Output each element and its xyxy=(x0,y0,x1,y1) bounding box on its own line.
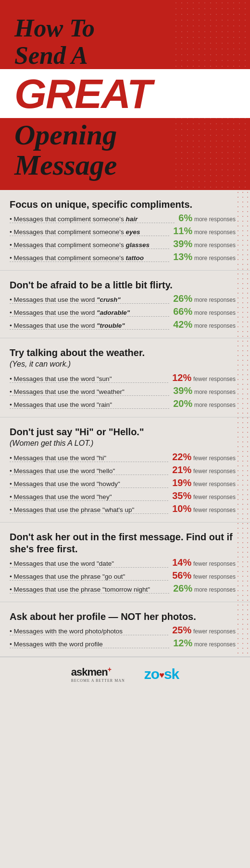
stat-value: 25% fewer responses xyxy=(168,625,236,636)
stat-label: • Messages that use the word "sun" xyxy=(10,375,168,383)
section-flirty-heading: Don't be afraid to be a little bit flirt… xyxy=(10,279,236,291)
stat-label: • Messages that use the phrase "go out" xyxy=(10,573,168,581)
section-compliments-heading: Focus on unique, specific compliments. xyxy=(10,199,236,211)
stat-row: • Messages that use the phrase "go out" … xyxy=(10,570,236,581)
stat-row: • Messages that use the word "howdy" 19%… xyxy=(10,477,236,488)
stat-value: 19% fewer responses xyxy=(168,477,236,488)
stat-label: • Messages that use the word "hello" xyxy=(10,467,168,475)
stat-label: • Messages that use the word "hey" xyxy=(10,493,168,501)
stat-label: • Messages that compliment someone's hai… xyxy=(10,215,175,223)
stat-label: • Messages that compliment someone's tat… xyxy=(10,254,169,262)
stat-row: • Messages that compliment someone's eye… xyxy=(10,226,236,237)
footer: askmen+ BECOME A BETTER MAN zo♥sk xyxy=(0,657,250,690)
section-weather: Try talking about the weather. (Yes, it … xyxy=(0,338,250,417)
stat-label: • Messages with the word profile xyxy=(10,641,169,648)
stat-label: • Messages that use the word "adorable" xyxy=(10,309,169,317)
stat-row: • Messages that use the word "sun" 12% f… xyxy=(10,372,236,383)
stat-value: 13% more responses xyxy=(169,251,236,262)
stat-label: • Messages that use the phrase "what's u… xyxy=(10,506,168,514)
stat-label: • Messages that use the word "trouble" xyxy=(10,322,169,330)
stat-label: • Messages that use the word "crush" xyxy=(10,296,169,304)
stat-value: 12% fewer responses xyxy=(168,372,236,383)
stat-row: • Messages that compliment someone's gla… xyxy=(10,238,236,250)
section-hi-heading: Don't just say "Hi" or "Hello." xyxy=(10,426,236,438)
stat-row: • Messages that use the word "trouble" 4… xyxy=(10,319,236,330)
stat-value: 12% more responses xyxy=(169,638,236,649)
stat-label: • Messages that compliment someone's gla… xyxy=(10,241,169,249)
stat-row: • Messages that use the word "date" 14% … xyxy=(10,557,236,568)
stat-value: 11% more responses xyxy=(169,226,236,237)
stat-value: 39% more responses xyxy=(169,385,236,396)
stat-value: 22% fewer responses xyxy=(168,452,236,463)
section-date-heading: Don't ask her out in the first message. … xyxy=(10,531,236,555)
zoosk-logo: zo♥sk xyxy=(144,666,179,682)
stat-row: • Messages that use the word "adorable" … xyxy=(10,306,236,317)
stat-value: 10% fewer responses xyxy=(168,503,236,514)
section-weather-subheading: (Yes, it can work.) xyxy=(10,360,236,369)
stat-value: 14% fewer responses xyxy=(168,557,236,568)
askmen-logo: askmen+ BECOME A BETTER MAN xyxy=(71,665,125,682)
header-dots xyxy=(173,0,250,190)
section-date: Don't ask her out in the first message. … xyxy=(0,523,250,602)
stat-label: • Messages that use the word "date" xyxy=(10,560,168,568)
stat-row: • Messages that compliment someone's tat… xyxy=(10,251,236,262)
stat-value: 26% more responses xyxy=(169,293,236,304)
askmen-label: askmen+ xyxy=(71,666,111,678)
stat-value: 21% fewer responses xyxy=(168,464,236,476)
stat-label: • Messages that use the word "rain" xyxy=(10,401,169,409)
stat-value: 35% fewer responses xyxy=(168,490,236,501)
stat-label: • Messages that use the word "howdy" xyxy=(10,480,168,488)
stat-row: • Messages that compliment someone's hai… xyxy=(10,213,236,224)
stat-row: • Messages that use the word "hi" 22% fe… xyxy=(10,452,236,463)
stat-row: • Messages with the word photo/photos 25… xyxy=(10,625,236,636)
stat-row: • Messages that use the word "hey" 35% f… xyxy=(10,490,236,501)
section-profile-heading: Ask about her profile — NOT her photos. xyxy=(10,611,236,623)
stat-row: • Messages that use the word "weather" 3… xyxy=(10,385,236,396)
zoosk-heart: ♥ xyxy=(159,670,164,679)
stat-value: 56% fewer responses xyxy=(168,570,236,581)
stat-label: • Messages that use the phrase "tomorrow… xyxy=(10,586,169,594)
askmen-sup: + xyxy=(108,665,111,673)
stat-row: • Messages that use the word "rain" 20% … xyxy=(10,398,236,409)
stat-row: • Messages with the word profile 12% mor… xyxy=(10,638,236,649)
askmen-sub: BECOME A BETTER MAN xyxy=(71,678,125,683)
section-weather-heading: Try talking about the weather. xyxy=(10,347,236,359)
section-flirty: Don't be afraid to be a little bit flirt… xyxy=(0,271,250,338)
stat-label: • Messages that use the word "weather" xyxy=(10,388,169,396)
stat-value: 66% more responses xyxy=(169,306,236,317)
section-profile: Ask about her profile — NOT her photos. … xyxy=(0,602,250,657)
section-compliments: Focus on unique, specific compliments. •… xyxy=(0,190,250,271)
section-hi: Don't just say "Hi" or "Hello." (Women g… xyxy=(0,417,250,523)
stat-label: • Messages that compliment someone's eye… xyxy=(10,228,169,236)
content-dots xyxy=(236,190,250,657)
stat-row: • Messages that use the phrase "tomorrow… xyxy=(10,583,236,594)
header: How To Send A GREAT Opening Message xyxy=(0,0,250,190)
stat-label: • Messages with the word photo/photos xyxy=(10,628,168,635)
infographic: How To Send A GREAT Opening Message Focu… xyxy=(0,0,250,690)
stat-row: • Messages that use the word "crush" 26%… xyxy=(10,293,236,304)
stat-value: 20% more responses xyxy=(169,398,236,409)
stat-value: 39% more responses xyxy=(169,238,236,250)
stat-value: 6% more responses xyxy=(175,213,236,224)
stat-value: 26% more responses xyxy=(169,583,236,594)
stat-value: 42% more responses xyxy=(169,319,236,330)
section-hi-subheading: (Women get this A LOT.) xyxy=(10,439,236,448)
content: Focus on unique, specific compliments. •… xyxy=(0,190,250,657)
stat-label: • Messages that use the word "hi" xyxy=(10,454,168,462)
stat-row: • Messages that use the word "hello" 21%… xyxy=(10,464,236,476)
stat-row: • Messages that use the phrase "what's u… xyxy=(10,503,236,514)
